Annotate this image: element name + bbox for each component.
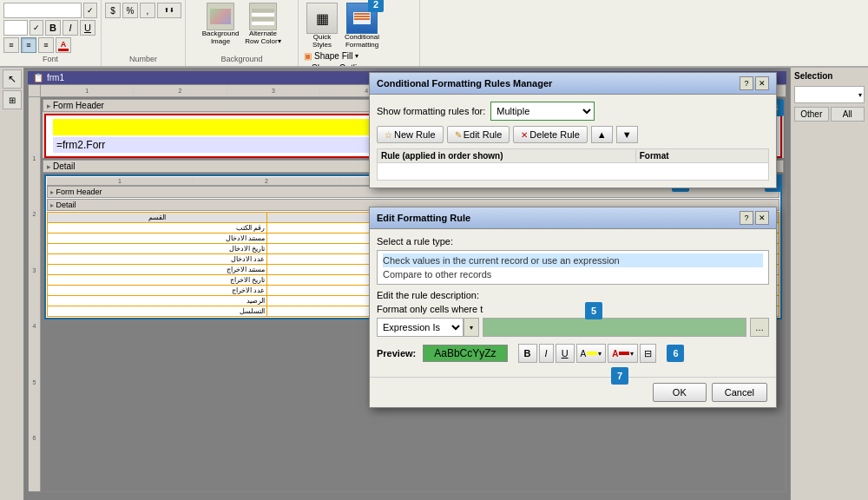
- number-row-1: $ % , ⬆⬇: [105, 3, 181, 18]
- bg-image-label: BackgroundImage: [202, 30, 240, 46]
- dec-inc-btn[interactable]: ⬆⬇: [157, 3, 181, 18]
- cfr-title-text: Conditional Formatting Rules Manager: [377, 78, 552, 89]
- edit-desc-label: Edit the rule description:: [377, 290, 769, 300]
- bg-image-btn[interactable]: BackgroundImage: [201, 3, 240, 46]
- cfr-format-col-header: Format: [636, 149, 768, 162]
- preview-row: Preview: AaBbCcYyZz B I U A ▾: [377, 344, 769, 363]
- font-color-btn-2[interactable]: A ▾: [608, 344, 638, 363]
- rule-type-1[interactable]: Check values in the current record or us…: [383, 253, 763, 267]
- alt-row-btn[interactable]: AlternateRow Color▾: [244, 3, 283, 46]
- form-title: frm1: [47, 73, 64, 82]
- font-check-btn[interactable]: ✓: [83, 3, 97, 18]
- expression-dots-btn[interactable]: …: [750, 318, 769, 337]
- move-down-btn[interactable]: ▼: [616, 126, 638, 143]
- select-rule-label: Select a rule type:: [377, 236, 769, 247]
- new-rule-label: New Rule: [394, 129, 436, 140]
- cfr-title-btns: ? ✕: [740, 76, 769, 90]
- new-rule-btn[interactable]: ☆ New Rule: [377, 126, 444, 143]
- step6-badge: 6: [667, 345, 684, 362]
- arrow-tool[interactable]: ↖: [3, 69, 22, 89]
- cfr-help-btn[interactable]: ?: [740, 76, 753, 90]
- other-btn[interactable]: Other: [794, 107, 829, 122]
- expression-dropdown-btn[interactable]: ▾: [464, 318, 479, 337]
- efr-body: Select a rule type: Check values in the …: [370, 229, 776, 377]
- bold-btn[interactable]: B: [45, 20, 61, 36]
- efr-title-bar: Edit Formatting Rule ? ✕: [370, 207, 776, 229]
- edit-rule-icon: ✎: [455, 130, 462, 140]
- cond-format-btn[interactable]: 2 Conditional Formatting: [344, 3, 380, 49]
- cfr-body: Show formatting rules for: Multiple ☆ Ne…: [370, 95, 776, 188]
- all-btn[interactable]: All: [831, 107, 865, 122]
- selection-label: Selection: [794, 71, 865, 81]
- rule-type-2[interactable]: Compare to other records: [383, 267, 763, 281]
- preview-box: AaBbCcYyZz: [423, 345, 507, 362]
- currency-btn[interactable]: $: [105, 3, 121, 18]
- bg-buttons-row: BackgroundImage AlternateRow Color▾: [201, 3, 283, 46]
- efr-footer: 7 OK Cancel: [370, 377, 776, 407]
- delete-rule-label: Delete Rule: [529, 129, 579, 140]
- format-buttons: B I U A ▾ A ▾ ⊟: [518, 344, 657, 363]
- alt-row-label: AlternateRow Color▾: [245, 30, 280, 46]
- delete-rule-icon: ✕: [521, 130, 528, 140]
- cfr-rules-for-row: Show formatting rules for: Multiple: [377, 102, 769, 121]
- format-italic-btn[interactable]: I: [539, 344, 554, 363]
- cfr-rules-select[interactable]: Multiple: [490, 102, 595, 121]
- font-color-btn[interactable]: A: [56, 37, 71, 53]
- preview-sample-text: AaBbCcYyZz: [434, 347, 496, 359]
- expression-dropdown-wrapper: Expression Is ▾: [377, 318, 479, 337]
- expression-value-input[interactable]: [num]/2=[num]\2: [483, 318, 746, 337]
- step7-badge: 7: [611, 367, 628, 385]
- table-header-col1: القسم: [48, 213, 267, 223]
- ribbon: Formatting ✓ 8 ✓ B I U ≡ ≡ ≡ A Font $ % …: [0, 0, 868, 68]
- font-dropdown[interactable]: Formatting: [3, 3, 82, 18]
- align-center-btn[interactable]: ≡: [21, 37, 36, 53]
- percent-btn[interactable]: %: [122, 3, 138, 18]
- align-right-btn[interactable]: ≡: [38, 37, 54, 53]
- shape-large-btns: ▦ Quick Styles 2 Conditional Formatting: [304, 3, 414, 49]
- ok-btn[interactable]: OK: [653, 383, 707, 402]
- rule-type-list: Check values in the current record or us…: [377, 250, 769, 285]
- edit-rule-btn[interactable]: ✎ Edit Rule: [447, 126, 510, 143]
- left-ruler: 1 2 3 4 5 6: [29, 97, 41, 491]
- size-dropdown[interactable]: 8: [3, 20, 28, 36]
- font-row-2: 8 ✓ B I U: [3, 20, 97, 36]
- move-up-btn[interactable]: ▲: [591, 126, 613, 143]
- right-panel: Selection ▾ Other All: [790, 68, 868, 500]
- cancel-btn[interactable]: Cancel: [712, 383, 767, 402]
- font-group: Formatting ✓ 8 ✓ B I U ≡ ≡ ≡ A Font: [0, 0, 102, 66]
- cfr-table-header: Rule (applied in order shown) Format: [377, 148, 769, 163]
- comma-btn[interactable]: ,: [140, 3, 155, 18]
- expression-dropdown[interactable]: Expression Is: [377, 318, 464, 337]
- expression-row: Expression Is ▾ [num]/2=[num]\2 …: [377, 318, 769, 337]
- number-group: $ % , ⬆⬇ Number: [102, 0, 186, 66]
- cfr-rule-col-header: Rule (applied in order shown): [378, 149, 636, 162]
- efr-close-btn[interactable]: ✕: [755, 211, 769, 225]
- font-group-label: Font: [3, 55, 97, 63]
- align-left-btn[interactable]: ≡: [3, 37, 19, 53]
- font-row-1: Formatting ✓: [3, 3, 97, 18]
- selection-dropdown[interactable]: ▾: [794, 86, 865, 103]
- format-underline-btn[interactable]: U: [556, 344, 575, 363]
- background-group: BackgroundImage AlternateRow Color▾ Back…: [186, 0, 299, 66]
- select-tool[interactable]: ⊞: [3, 90, 22, 109]
- bg-color-btn[interactable]: A ▾: [576, 344, 607, 363]
- efr-title-btns: ? ✕: [740, 211, 769, 225]
- background-group-label: Background: [220, 55, 262, 63]
- italic-btn[interactable]: I: [62, 20, 78, 36]
- shape-fill-label: Shape Fill: [314, 51, 352, 61]
- size-check-btn[interactable]: ✓: [30, 20, 43, 36]
- step2-badge: 2: [368, 0, 384, 12]
- format-bold-btn[interactable]: B: [518, 344, 537, 363]
- left-toolbar: ↖ ⊞: [0, 68, 24, 500]
- shape-fill-item[interactable]: ▣ Shape Fill ▾: [304, 50, 414, 62]
- right-buttons-row: Other All: [794, 107, 865, 122]
- cfr-dialog: Conditional Formatting Rules Manager ? ✕…: [369, 72, 777, 188]
- cfr-close-btn[interactable]: ✕: [755, 76, 769, 90]
- cond-format-label: Conditional Formatting: [344, 34, 380, 49]
- delete-rule-btn[interactable]: ✕ Delete Rule: [513, 126, 587, 143]
- quick-styles-btn[interactable]: ▦ Quick Styles: [304, 3, 340, 49]
- underline-btn[interactable]: U: [80, 20, 95, 36]
- expand-btn[interactable]: ⊟: [640, 344, 656, 363]
- efr-help-btn[interactable]: ?: [740, 211, 753, 225]
- workspace: ↖ ⊞ 📋 frm1 1 2 3 4 5 6 7 8: [0, 68, 868, 500]
